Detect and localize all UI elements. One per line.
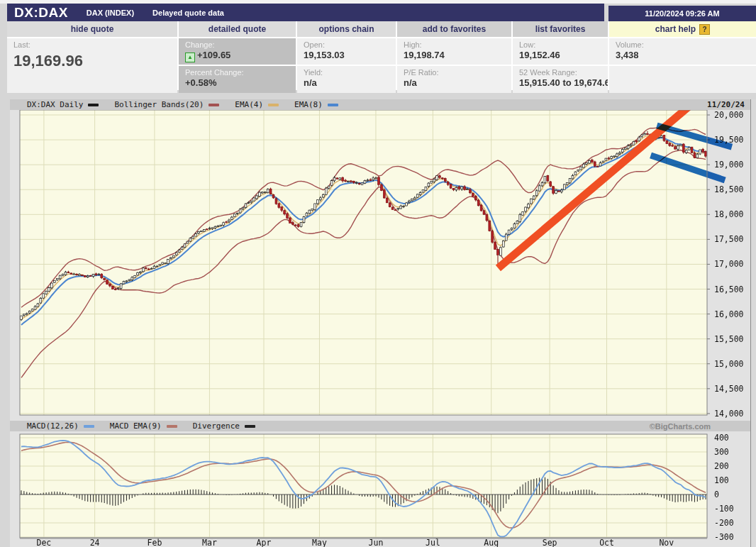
change-value: +109.65: [197, 50, 230, 60]
pe-ratio-cell: P/E Ratio: n/a: [397, 66, 511, 93]
legend-series: DX:DAX Daily: [27, 100, 99, 109]
svg-text:20,000: 20,000: [714, 110, 744, 120]
symbol-header-bar: DX:DAX DAX (INDEX) Delayed quote data: [7, 4, 604, 21]
open-value: 19,153.03: [304, 50, 396, 60]
tab-options-chain[interactable]: options chain: [297, 21, 396, 37]
svg-text:200: 200: [714, 461, 729, 471]
symbol-title: DX:DAX: [14, 5, 68, 21]
ema4-label: EMA(4): [235, 100, 263, 109]
high-label: High:: [404, 40, 511, 49]
yield-value: n/a: [304, 77, 396, 88]
last-value: 19,169.96: [13, 52, 177, 70]
svg-text:Nov: Nov: [659, 538, 674, 547]
legend-ema4: EMA(4): [235, 100, 279, 109]
pe-ratio-value: n/a: [404, 77, 511, 88]
svg-text:17,000: 17,000: [714, 259, 744, 269]
svg-text:17,500: 17,500: [714, 234, 744, 244]
volume-value: 3,438: [616, 50, 756, 60]
quote-panel: hide quote detailed quote options chain …: [7, 21, 756, 90]
percent-change-value: +0.58%: [185, 77, 296, 88]
svg-text:Mar: Mar: [202, 538, 217, 547]
chart-help-label: chart help: [655, 24, 696, 34]
last-label: Last:: [13, 40, 177, 49]
svg-text:19,000: 19,000: [714, 160, 744, 170]
change-up-icon: ▲: [185, 53, 195, 62]
scrollbar[interactable]: [751, 99, 756, 547]
percent-change-cell: Percent Change: +0.58%: [179, 66, 296, 93]
svg-text:16,000: 16,000: [714, 309, 744, 319]
instrument-type-label: DAX (INDEX): [87, 9, 134, 17]
chart-date-label: 11/20/24: [707, 100, 745, 109]
quote-datetime: 11/20/2024 09:26 AM: [645, 9, 719, 18]
svg-text:16,500: 16,500: [714, 284, 744, 294]
ema4-color-key-icon: [268, 104, 279, 106]
bigcharts-copyright: ©BigCharts.com: [650, 422, 711, 431]
52-week-range-cell: 52 Week Range: 15,915.40 to 19,674.68: [513, 66, 608, 93]
ema8-label: EMA(8): [294, 100, 323, 109]
yield-cell: Yield: n/a: [297, 66, 396, 93]
svg-text:18,000: 18,000: [714, 209, 744, 219]
low-label: Low:: [519, 40, 608, 49]
svg-text:Oct: Oct: [599, 538, 614, 547]
svg-text:Sep: Sep: [543, 538, 557, 547]
svg-text:Jun: Jun: [369, 538, 384, 547]
macd-ema-label: MACD EMA(9): [110, 421, 162, 431]
divergence-color-key-icon: [245, 425, 255, 428]
empty-cell: [609, 66, 756, 93]
chart-panel: 20,00019,50019,00018,50018,00017,50017,0…: [10, 99, 756, 547]
low-cell: Low: 19,152.46: [513, 38, 608, 65]
change-cell: Change: ▲+109.65: [179, 38, 296, 65]
bollinger-label: Bollinger Bands(20): [114, 100, 204, 109]
pe-ratio-label: P/E Ratio:: [404, 68, 511, 77]
svg-text:Dec: Dec: [37, 538, 52, 547]
price-macd-chart: 20,00019,50019,00018,50018,00017,50017,0…: [10, 99, 756, 547]
tab-detailed-quote[interactable]: detailed quote: [179, 21, 296, 37]
legend-macd: MACD(12,26): [27, 421, 94, 431]
macd-label: MACD(12,26): [27, 421, 79, 431]
delayed-quote-label: Delayed quote data: [152, 9, 224, 17]
macd-legend-strip: MACD(12,26) MACD EMA(9) Divergence ©BigC…: [10, 421, 750, 431]
52-week-range-label: 52 Week Range:: [519, 68, 608, 77]
help-icon[interactable]: ?: [699, 24, 710, 35]
svg-text:15,500: 15,500: [714, 334, 744, 344]
ema8-color-key-icon: [328, 104, 338, 106]
tab-add-to-favorites[interactable]: add to favorites: [397, 21, 511, 37]
divergence-label: Divergence: [193, 421, 240, 431]
legend-macd-ema: MACD EMA(9): [110, 421, 177, 431]
low-value: 19,152.46: [519, 50, 608, 60]
tab-hide-quote[interactable]: hide quote: [7, 21, 177, 37]
svg-text:24: 24: [90, 538, 100, 547]
svg-text:-100: -100: [714, 504, 734, 514]
open-cell: Open: 19,153.03: [297, 38, 396, 65]
tab-list-favorites[interactable]: list favorites: [513, 21, 608, 37]
tab-chart-help[interactable]: chart help ?: [609, 21, 756, 37]
svg-text:0: 0: [714, 490, 719, 499]
open-label: Open:: [304, 40, 396, 49]
bigcharts-quote-page: DX:DAX DAX (INDEX) Delayed quote data 11…: [0, 0, 756, 547]
high-cell: High: 19,198.74: [397, 38, 511, 65]
svg-text:Apr: Apr: [257, 538, 272, 547]
svg-text:-200: -200: [714, 518, 734, 528]
last-quote-cell: Last: 19,169.96: [7, 38, 177, 93]
change-label: Change:: [185, 40, 296, 49]
percent-change-label: Percent Change:: [185, 68, 296, 77]
svg-text:400: 400: [714, 433, 729, 443]
legend-bollinger: Bollinger Bands(20): [114, 100, 219, 109]
svg-text:300: 300: [714, 447, 729, 457]
yield-label: Yield:: [304, 68, 396, 77]
svg-text:15,000: 15,000: [714, 359, 744, 369]
bollinger-color-key-icon: [209, 104, 219, 106]
legend-ema8: EMA(8): [294, 100, 338, 109]
price-legend-strip: DX:DAX Daily Bollinger Bands(20) EMA(4) …: [10, 99, 750, 110]
svg-text:100: 100: [714, 475, 729, 485]
macd-color-key-icon: [84, 425, 94, 428]
52-week-range-value: 15,915.40 to 19,674.68: [519, 77, 608, 88]
svg-text:Feb: Feb: [148, 538, 162, 547]
svg-text:May: May: [312, 538, 327, 547]
series-label: DX:DAX Daily: [27, 100, 83, 109]
quote-datetime-bar: 11/20/2024 09:26 AM: [608, 6, 756, 21]
svg-text:14,500: 14,500: [714, 384, 744, 394]
macd-ema-color-key-icon: [167, 425, 177, 428]
svg-text:Aug: Aug: [484, 538, 499, 547]
svg-text:18,500: 18,500: [714, 184, 744, 194]
